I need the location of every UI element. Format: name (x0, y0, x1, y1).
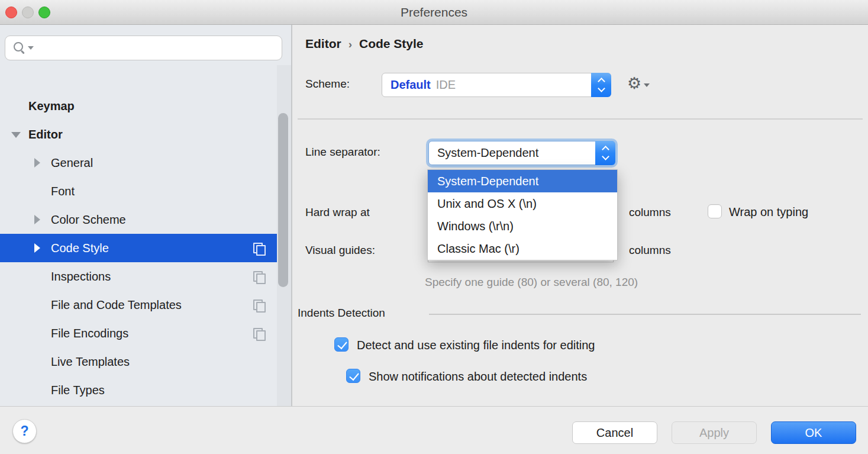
collapse-icon[interactable] (11, 132, 21, 138)
breadcrumb-separator-icon: › (341, 38, 359, 50)
sidebar-item-general[interactable]: General (0, 149, 291, 177)
indents-detection-rule (429, 314, 861, 315)
dialog-footer: ? Cancel Apply OK (0, 406, 868, 454)
caret-down-icon (644, 83, 650, 87)
titlebar: Preferences (0, 0, 868, 25)
scheme-label: Scheme: (305, 78, 350, 91)
dropdown-stepper-icon[interactable] (591, 73, 611, 97)
detect-indents-checkbox[interactable] (334, 337, 349, 352)
copy-settings-icon (253, 243, 265, 254)
expand-icon[interactable] (34, 158, 40, 168)
sidebar-scrollbar-thumb[interactable] (278, 113, 288, 287)
menu-option-system-dependent[interactable]: System-Dependent (428, 170, 617, 192)
scheme-value-secondary: IDE (436, 78, 456, 91)
settings-sidebar: Keymap Editor General Font Color Scheme … (0, 25, 291, 406)
show-notifications-checkbox[interactable] (346, 369, 360, 383)
code-style-panel: Editor›Code Style Scheme: DefaultIDE ⚙ L… (292, 25, 868, 406)
search-icon (13, 41, 26, 54)
window-title: Preferences (0, 0, 868, 25)
show-notifications-label: Show notifications about detected indent… (369, 370, 587, 384)
hard-wrap-label: Hard wrap at (305, 206, 370, 219)
cancel-button[interactable]: Cancel (572, 421, 657, 444)
expand-icon[interactable] (34, 215, 40, 224)
menu-option-unix[interactable]: Unix and OS X (\n) (428, 192, 617, 215)
sidebar-item-color-scheme[interactable]: Color Scheme (0, 205, 291, 234)
indents-detection-title: Indents Detection (298, 307, 385, 320)
sidebar-item-font[interactable]: Font (0, 177, 291, 205)
scheme-value-primary: Default (391, 78, 431, 91)
wrap-on-typing-checkbox[interactable] (708, 204, 722, 218)
sidebar-item-file-and-code-templates[interactable]: File and Code Templates (0, 291, 291, 319)
detect-indents-label: Detect and use existing file indents for… (357, 339, 595, 352)
hard-wrap-columns-label: columns (629, 206, 671, 219)
breadcrumb-current: Code Style (359, 37, 424, 50)
sidebar-item-file-types[interactable]: File Types (0, 376, 291, 404)
breadcrumb-editor[interactable]: Editor (305, 37, 341, 50)
scheme-select[interactable]: DefaultIDE (382, 73, 611, 97)
section-divider (298, 118, 863, 120)
expand-icon[interactable] (34, 243, 40, 253)
menu-option-classic-mac[interactable]: Classic Mac (\r) (428, 237, 617, 260)
ok-button[interactable]: OK (771, 421, 856, 444)
sidebar-item-keymap[interactable]: Keymap (0, 92, 291, 120)
apply-button[interactable]: Apply (672, 421, 757, 444)
search-input[interactable] (38, 41, 282, 54)
visual-guides-hint: Specify one guide (80) or several (80, 1… (425, 276, 638, 289)
line-separator-label: Line separator: (305, 146, 380, 159)
visual-guides-label: Visual guides: (305, 244, 375, 257)
copy-settings-icon (253, 300, 265, 311)
sidebar-item-live-templates[interactable]: Live Templates (0, 347, 291, 376)
scheme-actions-button[interactable]: ⚙ (627, 76, 650, 92)
sidebar-item-inspections[interactable]: Inspections (0, 262, 291, 291)
line-separator-select[interactable]: System-Dependent (428, 141, 615, 165)
search-field[interactable] (5, 36, 282, 60)
preferences-window: Preferences Keymap Editor General Font (0, 0, 868, 454)
gear-icon: ⚙ (627, 76, 641, 92)
dropdown-stepper-icon[interactable] (595, 141, 615, 165)
sidebar-item-code-style[interactable]: Code Style (0, 234, 291, 262)
menu-option-windows[interactable]: Windows (\r\n) (428, 215, 617, 237)
sidebar-item-file-encodings[interactable]: File Encodings (0, 319, 291, 347)
search-filter-caret-icon[interactable] (28, 46, 34, 50)
breadcrumb: Editor›Code Style (305, 37, 424, 51)
copy-settings-icon (253, 328, 265, 339)
sidebar-item-editor[interactable]: Editor (0, 120, 291, 149)
question-icon: ? (20, 423, 28, 439)
copy-settings-icon (253, 271, 265, 282)
visual-guides-columns-label: columns (629, 244, 671, 257)
line-separator-value: System-Dependent (429, 146, 538, 160)
wrap-on-typing-label: Wrap on typing (729, 205, 808, 219)
line-separator-menu: System-Dependent Unix and OS X (\n) Wind… (427, 169, 618, 260)
help-button[interactable]: ? (12, 419, 37, 443)
